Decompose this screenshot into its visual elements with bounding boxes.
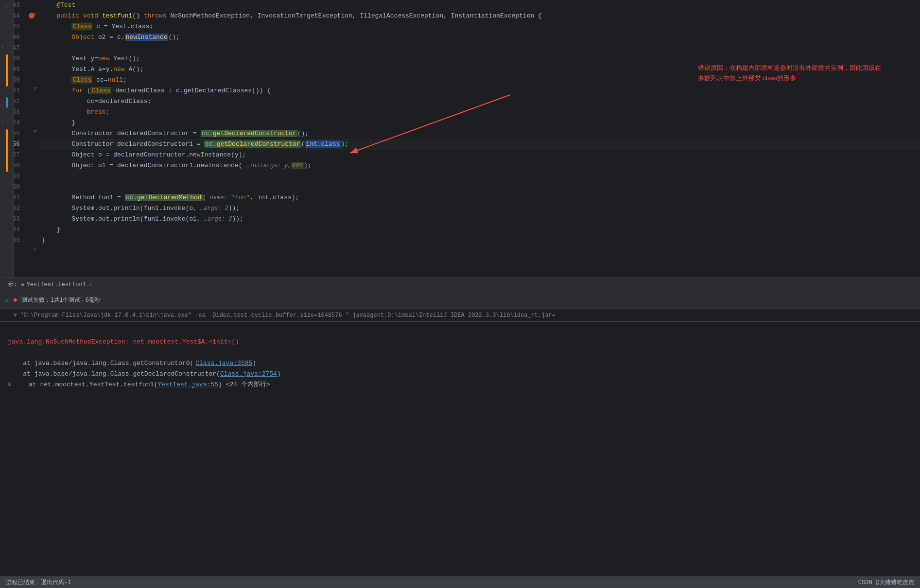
- sidebar-expand-2: ›: [0, 119, 13, 129]
- gutter-icons: ▽ ▽ ▽ ▽: [27, 0, 37, 277]
- output-exception: java.lang.NoSuchMethodException: net.moo…: [8, 336, 912, 347]
- stack-link-1[interactable]: Class.java:3585: [195, 360, 252, 367]
- exception-text: java.lang.NoSuchMethodException: net.moo…: [8, 338, 239, 346]
- code-line-64: }: [41, 225, 920, 235]
- code-line-62: System.out.println(fun1.invoke(o, …args:…: [41, 203, 920, 214]
- code-line-57: Object o = declaredConstructor.newInstan…: [41, 150, 920, 160]
- cmd-expand[interactable]: ▼: [14, 312, 17, 319]
- left-sidebar: › › ›: [0, 0, 14, 277]
- code-line-47: [41, 43, 920, 53]
- status-left: 进程已结束，退出代码-1: [6, 578, 71, 587]
- code-line-46: Object o2 = c.newInstance();: [41, 32, 920, 43]
- diamond-icon: ◆: [21, 281, 24, 288]
- output-stack-1: at java.base/java.lang.Class.getConstruc…: [8, 358, 912, 368]
- error-icon: ●: [13, 296, 17, 305]
- output-stack-3: ⊞ at net.mooctest.YestTest.testfun1(Yest…: [8, 379, 912, 390]
- tab-close[interactable]: ✕: [89, 281, 92, 288]
- code-line-65: }: [41, 235, 920, 246]
- annotation-box: 错误原因：在构建内部类构造器时没有外部类的实例，因此因该在 参数列表中加上外部类…: [698, 63, 881, 84]
- code-content[interactable]: @Test public void testfun1() throws NoSu…: [37, 0, 920, 277]
- sidebar-toggle[interactable]: ›: [0, 1, 13, 12]
- toolbar-chevron[interactable]: »: [5, 296, 9, 304]
- fold-51[interactable]: ▽: [34, 86, 37, 92]
- code-line-63: System.out.println(fun1.invoke(o1, …args…: [41, 214, 920, 225]
- test-output: java.lang.NoSuchMethodException: net.moo…: [0, 322, 920, 576]
- code-line-43: @Test: [41, 0, 920, 11]
- stack-expand-icon[interactable]: ⊞: [8, 380, 12, 388]
- stack-close-2: ): [277, 370, 281, 378]
- status-bar: 进程已结束，退出代码-1 CSDN @大猪猪吃虎虎: [0, 576, 920, 588]
- code-line-51: for (Class declaredClass : c.getDeclared…: [41, 86, 920, 96]
- output-empty-1: [8, 326, 912, 336]
- arrow-label: 示:: [8, 280, 17, 289]
- fold-64[interactable]: ▽: [34, 246, 37, 252]
- code-line-59: [41, 171, 920, 182]
- stack-link-2[interactable]: Class.java:2754: [220, 370, 277, 378]
- code-line-45: Class c = Yest.class;: [41, 21, 920, 32]
- code-line-48: Yest y=new Yest();: [41, 53, 920, 64]
- stack-indent-1: at java.base/java.lang.Class.getConstruc…: [8, 360, 193, 367]
- fold-44[interactable]: ▽: [34, 11, 37, 17]
- sidebar-marker-1: [0, 22, 13, 33]
- code-line-58: Object o1 = declaredConstructor1.newInst…: [41, 160, 920, 171]
- stack-text-3: at net.mooctest.YestTest.testfun1(: [14, 381, 157, 388]
- sidebar-marker-2: [0, 33, 13, 44]
- output-stack-2: at java.base/java.lang.Class.getDeclared…: [8, 368, 912, 379]
- tab-label-left[interactable]: 示: ◆ YestTest.testfun1 ✕: [4, 280, 96, 289]
- test-status-text: 测试失败：1共1个测试 - 6毫秒: [21, 296, 101, 304]
- fold-54[interactable]: ▽: [34, 128, 37, 135]
- stack-close-3: ) <24 个内部行>: [218, 380, 270, 389]
- bottom-tab-bar: 示: ◆ YestTest.testfun1 ✕: [0, 277, 920, 292]
- tab-yesttest[interactable]: YestTest.testfun1: [26, 281, 86, 288]
- code-line-56: Constructor declaredConstructor1 = cc.ge…: [41, 139, 920, 150]
- sidebar-orange-bar-1: [6, 54, 8, 86]
- sidebar-expand-1: ›: [0, 44, 13, 54]
- code-line-61: Method fun1 = cc.getDeclaredMethod( name…: [41, 192, 920, 203]
- status-right: CSDN @大猪猪吃虎虎: [858, 578, 914, 587]
- cmd-line-row: ▼ "C:\Program Files\Java\jdk-17.0.4.1\bi…: [0, 309, 920, 322]
- stack-close-1: ): [252, 360, 256, 367]
- stack-text-2: at java.base/java.lang.Class.getDeclared…: [8, 370, 220, 378]
- code-line-55: Constructor declaredConstructor = cc.get…: [41, 128, 920, 139]
- code-line-44: public void testfun1() throws NoSuchMeth…: [41, 11, 920, 21]
- main-container: 错误原因：在构建内部类构造器时没有外部类的实例，因此因该在 参数列表中加上外部类…: [0, 0, 920, 588]
- annotation-text-line1: 错误原因：在构建内部类构造器时没有外部类的实例，因此因该在: [698, 63, 881, 73]
- code-line-53: break;: [41, 107, 920, 118]
- sidebar-orange-bar-2: [6, 129, 8, 172]
- code-line-60: [41, 182, 920, 192]
- output-empty-2: [8, 347, 912, 358]
- cmd-line-text: "C:\Program Files\Java\jdk-17.0.4.1\bin\…: [20, 312, 555, 319]
- stack-link-3[interactable]: YestTest.java:55: [157, 381, 218, 388]
- code-line-54: }: [41, 118, 920, 128]
- annotation-text-line2: 参数列表中加上外部类.class的形参: [698, 73, 881, 84]
- code-editor: 错误原因：在构建内部类构造器时没有外部类的实例，因此因该在 参数列表中加上外部类…: [0, 0, 920, 277]
- test-panel: » ● 测试失败：1共1个测试 - 6毫秒 ▼ "C:\Program File…: [0, 292, 920, 576]
- code-line-52: cc=declaredClass;: [41, 96, 920, 107]
- sidebar-blue-bar: [6, 97, 8, 108]
- test-toolbar: » ● 测试失败：1共1个测试 - 6毫秒: [0, 292, 920, 309]
